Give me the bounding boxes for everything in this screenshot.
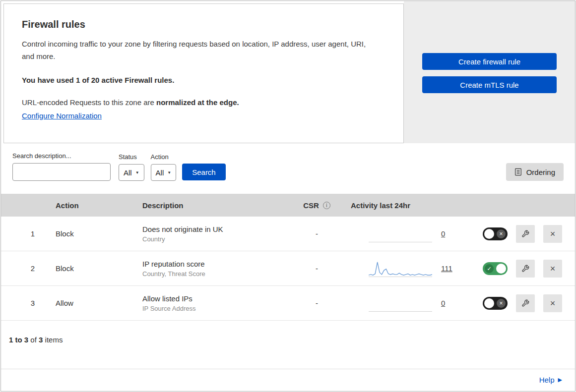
rule-enabled-toggle[interactable]: ✓ × (483, 227, 508, 240)
close-icon: × (550, 299, 556, 308)
pagination-of: of (28, 336, 39, 344)
help-link-label: Help (539, 376, 555, 384)
wrench-icon (521, 265, 529, 273)
status-label: Status (119, 153, 144, 161)
page-title: Firewall rules (22, 19, 385, 30)
ordering-list-icon (514, 168, 522, 176)
status-filter-group: Status All ▼ (119, 153, 144, 181)
header-csr: CSR i (294, 201, 340, 210)
rule-controls: ✓ × × (465, 225, 575, 243)
wrench-icon (521, 230, 529, 238)
action-selected-value: All (156, 168, 164, 177)
activity-count-link[interactable]: 111 (441, 264, 452, 273)
pagination-summary: 1 to 3 of 3 items (1, 321, 575, 356)
info-icon[interactable]: i (323, 202, 330, 209)
chevron-down-icon: ▼ (167, 170, 171, 175)
create-mtls-rule-button[interactable]: Create mTLS rule (422, 76, 557, 93)
rule-action: Block (45, 229, 131, 238)
rule-fields: IP Source Address (142, 305, 294, 312)
create-firewall-rule-button[interactable]: Create firewall rule (422, 53, 557, 70)
search-input[interactable] (22, 168, 114, 176)
header-description: Description (131, 201, 294, 210)
x-icon: × (497, 229, 506, 238)
search-label: Search description... (12, 152, 111, 160)
activity-sparkline (369, 260, 432, 277)
table-header-row: Action Description CSR i Activity last 2… (1, 194, 575, 217)
rule-description-cell: Does not originate in UK Country (131, 225, 294, 243)
edit-rule-button[interactable] (516, 260, 535, 278)
action-filter-group: Action All ▼ (151, 153, 177, 181)
status-dropdown[interactable]: All ▼ (119, 164, 144, 181)
action-dropdown[interactable]: All ▼ (151, 164, 177, 181)
rule-controls: ✓ × × (465, 260, 575, 278)
page-description: Control incoming traffic to your zone by… (22, 38, 374, 63)
edit-rule-button[interactable] (516, 294, 535, 312)
chevron-right-icon: ▶ (558, 377, 562, 383)
configure-normalization-link[interactable]: Configure Normalization (22, 112, 102, 120)
toggle-knob (484, 298, 494, 308)
rule-priority: 1 (1, 229, 45, 238)
search-box (12, 163, 111, 181)
search-group: Search description... (12, 152, 111, 181)
usage-summary: You have used 1 of 20 active Firewall ru… (22, 76, 385, 84)
rule-enabled-toggle[interactable]: ✓ × (483, 262, 508, 275)
delete-rule-button[interactable]: × (543, 225, 562, 243)
toggle-knob (496, 264, 506, 274)
rule-description: Does not originate in UK (142, 225, 294, 233)
header-csr-label: CSR (303, 201, 319, 210)
rule-controls: ✓ × × (465, 294, 575, 312)
pagination-items: items (43, 336, 63, 344)
rule-action: Allow (45, 299, 131, 307)
chevron-down-icon: ▼ (135, 170, 139, 175)
action-label: Action (151, 153, 177, 161)
activity-sparkline (369, 225, 432, 242)
edit-rule-button[interactable] (516, 225, 535, 243)
close-icon: × (550, 229, 556, 238)
ordering-button-label: Ordering (526, 168, 555, 176)
ordering-button[interactable]: Ordering (506, 163, 564, 181)
table-row: 1 Block Does not originate in UK Country… (1, 217, 575, 251)
rule-activity-cell: 0 (340, 295, 465, 312)
table-row: 3 Allow Allow listed IPs IP Source Addre… (1, 286, 575, 321)
rule-fields: Country, Threat Score (142, 270, 294, 278)
normalization-bold: normalized at the edge. (156, 98, 239, 107)
rule-csr-value: - (294, 264, 340, 273)
close-icon: × (550, 264, 556, 273)
firewall-rules-page: Firewall rules Control incoming traffic … (0, 0, 576, 392)
rule-description-cell: Allow listed IPs IP Source Address (131, 294, 294, 312)
rule-description-cell: IP reputation score Country, Threat Scor… (131, 260, 294, 278)
actions-panel: Create firewall rule Create mTLS rule (404, 1, 575, 143)
rule-activity-cell: 0 (340, 225, 465, 242)
rule-priority: 3 (1, 299, 45, 307)
search-button[interactable]: Search (182, 164, 226, 180)
toggle-knob (484, 229, 494, 239)
header-action: Action (45, 201, 131, 210)
help-link[interactable]: Help ▶ (539, 376, 562, 384)
delete-rule-button[interactable]: × (543, 294, 562, 312)
check-icon: ✓ (485, 264, 494, 273)
rule-fields: Country (142, 235, 294, 243)
normalization-prefix: URL-encoded Requests to this zone are (22, 98, 156, 107)
pagination-range: 1 to 3 (9, 336, 28, 344)
help-row: Help ▶ (1, 369, 575, 391)
activity-count-link[interactable]: 0 (441, 299, 445, 307)
activity-count-link[interactable]: 0 (441, 229, 445, 238)
rule-priority: 2 (1, 264, 45, 273)
x-icon: × (497, 299, 506, 308)
rule-csr-value: - (294, 229, 340, 238)
rule-csr-value: - (294, 299, 340, 307)
delete-rule-button[interactable]: × (543, 260, 562, 278)
wrench-icon (521, 299, 529, 307)
normalization-text: URL-encoded Requests to this zone are no… (22, 98, 385, 107)
top-region: Firewall rules Control incoming traffic … (1, 1, 575, 143)
filter-bar: Search description... Status All ▼ Actio… (1, 143, 575, 194)
rule-activity-cell: 111 (340, 260, 465, 277)
intro-card: Firewall rules Control incoming traffic … (3, 3, 404, 143)
rule-description: Allow listed IPs (142, 294, 294, 303)
rule-description: IP reputation score (142, 260, 294, 268)
rule-action: Block (45, 264, 131, 273)
header-activity: Activity last 24hr (340, 201, 465, 210)
table-row: 2 Block IP reputation score Country, Thr… (1, 251, 575, 286)
rule-enabled-toggle[interactable]: ✓ × (483, 297, 508, 310)
activity-sparkline (369, 295, 432, 312)
